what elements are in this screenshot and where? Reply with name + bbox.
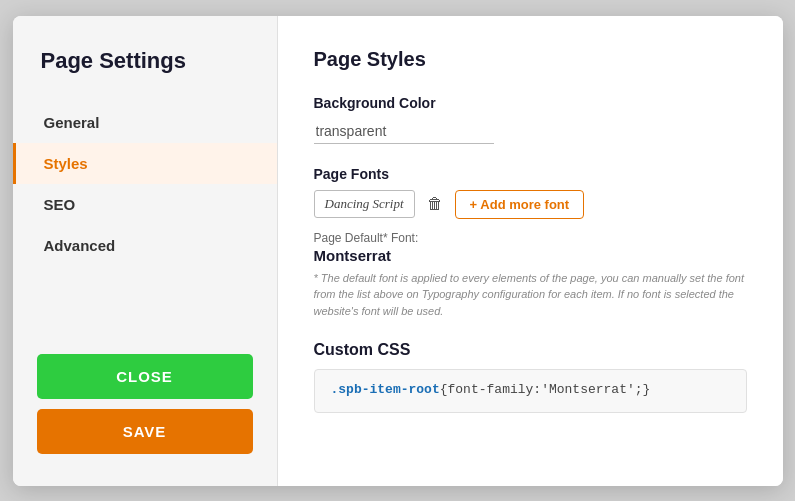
page-settings-modal: Page Settings General Styles SEO Advance… [13,16,783,486]
background-color-label: Background Color [314,95,747,111]
sidebar: Page Settings General Styles SEO Advance… [13,16,278,486]
page-title: Page Styles [314,48,747,71]
sidebar-nav: General Styles SEO Advanced [13,102,277,338]
css-property: {font-family:'Montserrat';} [440,382,651,397]
css-selector: .spb-item-root [331,382,440,397]
trash-icon: 🗑 [427,195,443,213]
page-default-label: Page Default* Font: [314,231,747,245]
custom-css-label: Custom CSS [314,341,747,359]
save-button[interactable]: SAVE [37,409,253,454]
page-fonts-label: Page Fonts [314,166,747,182]
font-note: * The default font is applied to every e… [314,270,747,320]
sidebar-item-styles[interactable]: Styles [13,143,277,184]
page-fonts-section: Page Fonts Dancing Script 🗑 + Add more f… [314,166,747,320]
font-tag-dancing-script: Dancing Script [314,190,415,218]
sidebar-item-advanced[interactable]: Advanced [13,225,277,266]
close-button[interactable]: CLOSE [37,354,253,399]
add-font-button[interactable]: + Add more font [455,190,585,219]
background-color-input[interactable] [314,119,494,144]
main-content: Page Styles Background Color Page Fonts … [278,16,783,486]
sidebar-title: Page Settings [13,48,277,102]
sidebar-buttons: CLOSE SAVE [13,338,277,462]
custom-css-box[interactable]: .spb-item-root{font-family:'Montserrat';… [314,369,747,413]
font-delete-button[interactable]: 🗑 [423,193,447,215]
sidebar-item-general[interactable]: General [13,102,277,143]
page-default-font-name: Montserrat [314,247,747,264]
fonts-row: Dancing Script 🗑 + Add more font [314,190,747,219]
sidebar-item-seo[interactable]: SEO [13,184,277,225]
